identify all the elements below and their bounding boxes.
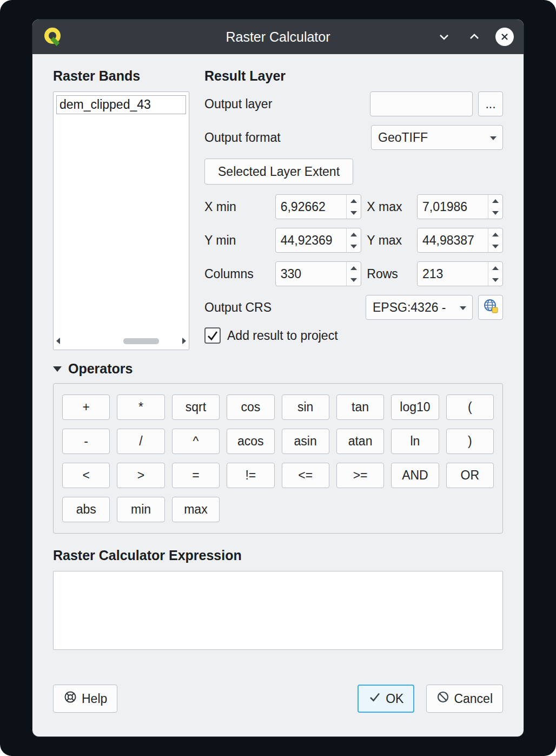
operator-button[interactable]: != bbox=[227, 463, 274, 488]
operator-button[interactable]: max bbox=[172, 497, 220, 522]
ymin-value[interactable]: 44,92369 bbox=[276, 228, 346, 252]
chevron-up-icon bbox=[467, 30, 481, 44]
ok-button[interactable]: OK bbox=[358, 685, 414, 713]
operator-button[interactable]: min bbox=[117, 497, 164, 522]
operator-button[interactable]: sqrt bbox=[172, 395, 220, 420]
cancel-button[interactable]: Cancel bbox=[426, 685, 503, 713]
close-button[interactable] bbox=[495, 28, 514, 46]
xmax-spinbox[interactable]: 7,01986 bbox=[417, 194, 503, 219]
ymax-label: Y max bbox=[367, 233, 415, 248]
operator-button[interactable]: * bbox=[117, 395, 164, 420]
spin-up-button[interactable] bbox=[347, 228, 361, 240]
spin-down-button[interactable] bbox=[347, 240, 361, 252]
spin-up-button[interactable] bbox=[347, 195, 361, 207]
spin-up-button[interactable] bbox=[347, 262, 361, 274]
ymin-spinbox[interactable]: 44,92369 bbox=[275, 228, 361, 253]
spin-down-button[interactable] bbox=[347, 274, 361, 286]
spin-up-button[interactable] bbox=[488, 262, 502, 274]
output-layer-input[interactable] bbox=[370, 91, 473, 116]
rows-spinbox[interactable]: 213 bbox=[417, 261, 503, 286]
operator-button[interactable]: > bbox=[117, 463, 164, 488]
desktop-background: Raster Calculator Raste bbox=[0, 0, 556, 756]
spin-down-button[interactable] bbox=[347, 207, 361, 219]
raster-bands-heading: Raster Bands bbox=[53, 68, 189, 84]
scroll-right-icon[interactable] bbox=[182, 338, 186, 344]
help-button[interactable]: Help bbox=[53, 685, 117, 713]
expression-textarea[interactable] bbox=[53, 571, 503, 650]
chevron-down-icon bbox=[437, 30, 451, 44]
operator-button[interactable]: OR bbox=[446, 463, 494, 488]
browse-button[interactable]: ... bbox=[478, 91, 503, 116]
operator-button[interactable]: + bbox=[62, 395, 110, 420]
selected-layer-extent-button[interactable]: Selected Layer Extent bbox=[204, 159, 353, 185]
output-format-value: GeoTIFF bbox=[378, 130, 428, 145]
operator-button[interactable]: asin bbox=[282, 429, 329, 454]
result-layer-heading: Result Layer bbox=[204, 68, 503, 84]
maximize-button[interactable] bbox=[465, 28, 484, 46]
spin-down-button[interactable] bbox=[488, 240, 502, 252]
output-layer-label: Output layer bbox=[204, 97, 365, 111]
operator-button[interactable]: sin bbox=[282, 395, 329, 420]
extent-button-label: Selected Layer Extent bbox=[218, 165, 340, 179]
checkmark-icon bbox=[206, 329, 219, 342]
output-crs-select[interactable]: EPSG:4326 - bbox=[366, 295, 473, 320]
ymax-value[interactable]: 44,98387 bbox=[418, 228, 488, 252]
output-crs-value: EPSG:4326 - bbox=[373, 300, 446, 315]
horizontal-scrollbar[interactable] bbox=[56, 335, 186, 347]
spin-up-button[interactable] bbox=[488, 195, 502, 207]
ymax-spinbox[interactable]: 44,98387 bbox=[417, 228, 503, 253]
add-result-checkbox[interactable] bbox=[204, 327, 221, 344]
browse-button-label: ... bbox=[485, 97, 495, 111]
scrollbar-track[interactable] bbox=[62, 336, 180, 347]
operator-button[interactable]: <= bbox=[282, 463, 329, 488]
chevron-down-icon bbox=[490, 136, 497, 140]
raster-calculator-dialog: Raster Calculator Raste bbox=[32, 19, 524, 737]
operator-button[interactable]: ) bbox=[446, 429, 494, 454]
spin-up-button[interactable] bbox=[488, 228, 502, 240]
operator-button[interactable]: = bbox=[172, 463, 220, 488]
operator-button[interactable]: AND bbox=[391, 463, 439, 488]
operators-collapse-icon[interactable] bbox=[53, 366, 62, 372]
operator-button[interactable]: ( bbox=[446, 395, 494, 420]
scrollbar-thumb[interactable] bbox=[123, 338, 158, 344]
operator-button[interactable]: ^ bbox=[172, 429, 220, 454]
operator-button[interactable]: cos bbox=[227, 395, 274, 420]
qgis-logo-icon bbox=[42, 26, 64, 48]
xmin-spinbox[interactable]: 6,92662 bbox=[275, 194, 361, 219]
spin-down-button[interactable] bbox=[488, 207, 502, 219]
operator-button[interactable]: abs bbox=[62, 497, 110, 522]
operator-button[interactable]: / bbox=[117, 429, 164, 454]
operator-button[interactable]: acos bbox=[227, 429, 274, 454]
spin-down-button[interactable] bbox=[488, 274, 502, 286]
titlebar[interactable]: Raster Calculator bbox=[32, 19, 524, 54]
xmax-value[interactable]: 7,01986 bbox=[418, 195, 488, 219]
operators-heading: Operators bbox=[68, 361, 133, 377]
output-format-select[interactable]: GeoTIFF bbox=[371, 125, 503, 150]
operator-button[interactable]: < bbox=[62, 463, 110, 488]
help-icon bbox=[63, 690, 77, 707]
scroll-left-icon[interactable] bbox=[56, 338, 60, 344]
operators-group: + * sqrt cos sin tan log10 ( - / ^ acos … bbox=[53, 383, 503, 534]
columns-value[interactable]: 330 bbox=[276, 262, 346, 286]
columns-spinbox[interactable]: 330 bbox=[275, 261, 361, 286]
operator-button[interactable]: ln bbox=[391, 429, 439, 454]
operator-button[interactable]: - bbox=[62, 429, 110, 454]
xmin-value[interactable]: 6,92662 bbox=[276, 195, 346, 219]
raster-band-item[interactable]: dem_clipped_43 bbox=[56, 95, 186, 114]
operator-button[interactable]: >= bbox=[336, 463, 384, 488]
rows-value[interactable]: 213 bbox=[418, 262, 488, 286]
raster-bands-list[interactable]: dem_clipped_43 bbox=[53, 91, 189, 350]
help-button-label: Help bbox=[82, 692, 107, 706]
minimize-button[interactable] bbox=[435, 28, 453, 46]
cancel-button-label: Cancel bbox=[454, 692, 493, 706]
operator-button[interactable]: tan bbox=[336, 395, 384, 420]
chevron-down-icon bbox=[460, 306, 466, 310]
dialog-content: Raster Bands dem_clipped_43 bbox=[32, 54, 524, 729]
select-crs-button[interactable] bbox=[478, 295, 503, 320]
check-icon bbox=[368, 691, 381, 707]
operator-button[interactable]: atan bbox=[336, 429, 384, 454]
output-crs-label: Output CRS bbox=[204, 300, 360, 315]
cancel-icon bbox=[436, 691, 449, 707]
operator-button[interactable]: log10 bbox=[391, 395, 439, 420]
xmax-label: X max bbox=[367, 200, 415, 214]
